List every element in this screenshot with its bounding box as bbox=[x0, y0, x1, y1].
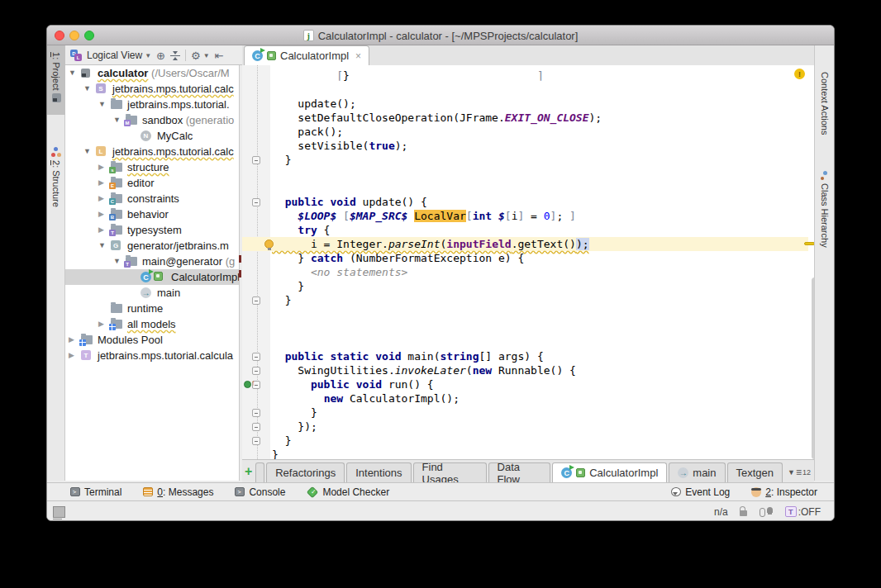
code-line[interactable] bbox=[242, 335, 808, 349]
collapse-all-icon[interactable] bbox=[170, 50, 180, 61]
tree-collapse-arrow[interactable]: ▼ bbox=[113, 257, 121, 265]
code-line[interactable]: $LOOP$ [$MAP_SRC$ LocalVar[int $[i] = 0]… bbox=[242, 209, 808, 223]
tree-collapse-arrow[interactable]: ▼ bbox=[98, 241, 106, 249]
bottom-tab-intentions[interactable]: Intentions bbox=[346, 462, 411, 482]
sidebar-item-class-hierarchy[interactable]: Class Hierarchy bbox=[815, 171, 835, 248]
code-line[interactable] bbox=[242, 321, 808, 335]
code-line[interactable]: i = Integer.parseInt(inputField.getText(… bbox=[242, 237, 808, 251]
hide-panel-icon[interactable]: ⇤ bbox=[215, 50, 224, 61]
view-selector[interactable]: Logical View bbox=[87, 50, 142, 61]
gear-icon[interactable]: ⚙ bbox=[191, 50, 201, 61]
bottom-tab-data-flow[interactable]: Data Flow bbox=[488, 462, 551, 482]
toolwindow-button-event-log[interactable]: Event Log bbox=[671, 486, 730, 498]
tree-item-generator-jetbrains-m[interactable]: ▼Ggenerator/jetbrains.m bbox=[65, 238, 239, 254]
validation-warning-indicator[interactable]: ! bbox=[794, 69, 805, 79]
toolwindow-button-model-checker[interactable]: Model Checker bbox=[307, 486, 389, 498]
close-icon[interactable]: × bbox=[355, 50, 361, 62]
code-line[interactable]: setDefaultCloseOperation(JFrame.EXIT_ON_… bbox=[242, 111, 808, 125]
code-line[interactable] bbox=[242, 307, 808, 321]
tree-expand-arrow[interactable]: ▶ bbox=[98, 225, 104, 234]
tree-item-editor[interactable]: ▶Eeditor bbox=[65, 175, 239, 191]
code-line[interactable]: public void update() { bbox=[242, 195, 808, 209]
tab-stub[interactable] bbox=[255, 462, 264, 482]
code-line[interactable]: } bbox=[242, 405, 808, 420]
sidebar-item-structure[interactable]: 2: Structure bbox=[47, 143, 65, 222]
code-line[interactable]: } bbox=[242, 293, 808, 307]
tree-expand-arrow[interactable]: ▶ bbox=[69, 351, 74, 359]
bottom-tab-find-usages[interactable]: Find Usages bbox=[413, 462, 487, 482]
gear-chevron-icon[interactable]: ▼ bbox=[203, 52, 210, 59]
code-line[interactable]: try { bbox=[242, 223, 808, 237]
code-line[interactable]: update(); bbox=[242, 97, 808, 111]
code-line[interactable]: setVisible(true); bbox=[242, 139, 808, 153]
editor-tab-calculatorimpl[interactable]: C CalculatorImpl × bbox=[244, 45, 369, 65]
toolwindow-button-terminal[interactable]: >Terminal bbox=[70, 486, 121, 498]
bottom-tab-textgen[interactable]: Textgen bbox=[727, 462, 783, 482]
code-line[interactable]: SwingUtilities.invokeLater(new Runnable(… bbox=[242, 363, 808, 377]
code-line[interactable]: new CalculatorImpl(); bbox=[242, 391, 808, 405]
tree-collapse-arrow[interactable]: ▼ bbox=[83, 84, 91, 92]
tree-item-runtime[interactable]: runtime bbox=[65, 301, 239, 316]
tree-item-jetbrains-mps-tutorial-calcula[interactable]: ▶Tjetbrains.mps.tutorial.calcula bbox=[65, 348, 239, 363]
project-tree[interactable]: ▼calculator (/Users/Oscar/M▼Sjetbrains.m… bbox=[65, 65, 240, 481]
bottom-tab-calculatorimpl[interactable]: CCalculatorImpl bbox=[552, 462, 667, 482]
sidebar-item-context-actions[interactable]: Context Actions bbox=[815, 72, 835, 135]
lock-icon[interactable] bbox=[740, 510, 747, 516]
code-line[interactable]: }); bbox=[242, 420, 808, 434]
chevron-down-icon[interactable]: ▼ bbox=[145, 52, 151, 59]
code-line[interactable]: <no statements> bbox=[242, 265, 808, 279]
tree-item-main[interactable]: →main bbox=[65, 285, 239, 301]
notifications-icon[interactable] bbox=[759, 507, 774, 517]
code-line[interactable] bbox=[242, 167, 808, 181]
tree-collapse-arrow[interactable]: ▼ bbox=[113, 116, 121, 124]
add-tab-button[interactable]: + bbox=[245, 465, 252, 478]
tree-expand-arrow[interactable]: ▶ bbox=[98, 178, 104, 187]
toolwindow-toggle-button[interactable] bbox=[53, 506, 65, 518]
tree-item-structure[interactable]: ▶sstructure bbox=[65, 159, 239, 175]
code-line[interactable]: public static void main(string[] args) { bbox=[242, 349, 808, 363]
code-line[interactable] bbox=[242, 181, 808, 195]
tree-expand-arrow[interactable]: ▶ bbox=[98, 320, 104, 328]
sidebar-item-project[interactable]: 1: Project bbox=[47, 45, 65, 115]
tab-overflow-button[interactable]: ▼≡ 12 bbox=[784, 462, 814, 482]
code-line[interactable]: } bbox=[242, 279, 808, 293]
code-line[interactable]: } bbox=[242, 434, 808, 448]
toolwindow-button-0-messages[interactable]: 0: Messages bbox=[143, 486, 213, 498]
class-run-icon: C bbox=[561, 467, 572, 478]
tree-item-constraints[interactable]: ▶Cconstraints bbox=[65, 191, 239, 206]
title-bar[interactable]: j CalculatorImpl - calculator - [~/MPSPr… bbox=[47, 26, 834, 45]
bottom-tab-main[interactable]: →main bbox=[669, 462, 725, 482]
tree-expand-arrow[interactable]: ▶ bbox=[98, 210, 104, 218]
code-line[interactable]: ⌈} ⌉ bbox=[242, 69, 808, 83]
bottom-tab-refactorings[interactable]: Refactorings bbox=[266, 462, 345, 482]
code-line[interactable] bbox=[242, 83, 808, 97]
toolwindow-button-console[interactable]: >Console bbox=[235, 486, 285, 498]
tree-item-behavior[interactable]: ▶Bbehavior bbox=[65, 206, 239, 222]
tree-item-jetbrains-mps-tutorial-[interactable]: ▼jetbrains.mps.tutorial. bbox=[65, 97, 239, 112]
toolwindow-button-2-inspector[interactable]: 2: Inspector bbox=[751, 486, 817, 498]
code-editor[interactable]: ⌈} ⌉ update(); setDefaultCloseOperation(… bbox=[242, 65, 814, 481]
tree-item-jetbrains-mps-tutorial-calc[interactable]: ▼Sjetbrains.mps.tutorial.calc bbox=[65, 81, 239, 97]
tree-item-modules-pool[interactable]: ▶Modules Pool bbox=[65, 332, 239, 348]
tree-collapse-arrow[interactable]: ▼ bbox=[83, 147, 91, 155]
tree-expand-arrow[interactable]: ▶ bbox=[98, 194, 104, 202]
tree-expand-arrow[interactable]: ▶ bbox=[69, 335, 74, 344]
type-toggle[interactable]: T :OFF bbox=[785, 506, 821, 518]
tree-item-mycalc[interactable]: NMyCalc bbox=[65, 128, 239, 144]
tree-item-main-generator[interactable]: ▼Tmain@generator (g bbox=[65, 254, 239, 269]
tree-item-typesystem[interactable]: ▶Ttypesystem bbox=[65, 222, 239, 238]
tree-collapse-arrow[interactable]: ▼ bbox=[69, 69, 76, 77]
s-module-icon: S bbox=[96, 83, 106, 93]
tree-expand-arrow[interactable]: ▶ bbox=[98, 163, 104, 171]
code-line[interactable]: } catch (NumberFormatException e) { bbox=[242, 251, 808, 265]
code-line[interactable]: } bbox=[242, 153, 808, 167]
tree-collapse-arrow[interactable]: ▼ bbox=[98, 100, 106, 108]
tree-item-sandbox[interactable]: ▼Msandbox (generatio bbox=[65, 112, 239, 128]
tree-item-calculatorimpl[interactable]: CCalculatorImpl bbox=[65, 269, 239, 285]
locate-icon[interactable]: ⊕ bbox=[156, 50, 165, 61]
code-line[interactable]: public void run() { bbox=[242, 377, 808, 391]
tree-item-all-models[interactable]: ▶all models bbox=[65, 316, 239, 332]
code-line[interactable]: pack(); bbox=[242, 125, 808, 139]
tree-item-calculator[interactable]: ▼calculator (/Users/Oscar/M bbox=[65, 65, 239, 81]
tree-item-jetbrains-mps-tutorial-calc[interactable]: ▼Ljetbrains.mps.tutorial.calc bbox=[65, 144, 239, 159]
